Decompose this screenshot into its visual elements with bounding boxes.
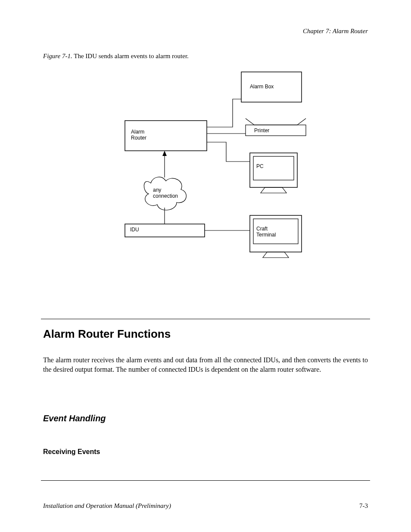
footer-page-number: 7-3: [359, 502, 368, 510]
footer-title: Installation and Operation Manual (Preli…: [43, 502, 171, 510]
footer-divider: [41, 480, 370, 481]
svg-marker-6: [162, 151, 167, 156]
page: Chapter 7: Alarm Router Figure 7-1. The …: [0, 0, 411, 532]
label-pc: PC: [256, 164, 264, 170]
label-alarm-router: Alarm Router: [131, 129, 146, 141]
heading-sub-italic: Event Handling: [43, 414, 106, 423]
label-craft-terminal: Craft Terminal: [256, 226, 276, 238]
label-idu: IDU: [130, 227, 139, 233]
label-alarm-box: Alarm Box: [250, 84, 274, 90]
body-text: The alarm router receives the alarm even…: [43, 355, 368, 374]
heading-major: Alarm Router Functions: [43, 327, 171, 341]
page-header-chapter: Chapter 7: Alarm Router: [303, 28, 368, 35]
svg-rect-3: [250, 153, 297, 187]
figure-caption: Figure 7-1. The IDU sends alarm events t…: [43, 53, 189, 60]
figure-desc: The IDU sends alarm events to alarm rout…: [74, 53, 189, 59]
label-cloud: any connection: [153, 187, 178, 199]
figure-lead: Figure 7-1.: [43, 53, 72, 59]
section-divider-top: [41, 319, 370, 319]
heading-sub3: Receiving Events: [43, 448, 100, 456]
label-printer: Printer: [254, 128, 269, 134]
alarm-router-diagram: Alarm Router Alarm Box Printer PC any co…: [116, 65, 314, 271]
